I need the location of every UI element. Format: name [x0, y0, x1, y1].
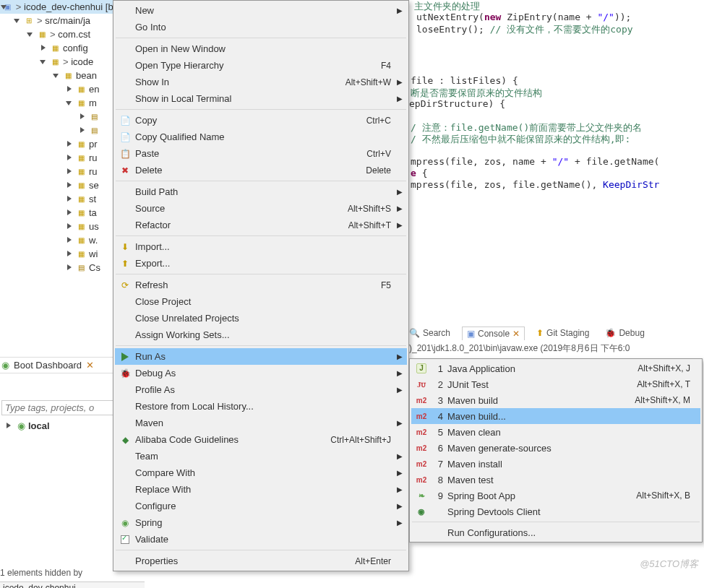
menu-new[interactable]: New▶ [115, 2, 407, 19]
submenu-spring-boot-app[interactable]: ❧ 9 Spring Boot App Alt+Shift+X, B [411, 488, 700, 503]
twisty-icon[interactable] [39, 58, 48, 66]
maven-icon: m2 [416, 476, 426, 484]
close-icon[interactable]: ✕ [512, 329, 520, 339]
menu-close-project[interactable]: Close Project [115, 293, 407, 310]
menu-team[interactable]: Team▶ [115, 448, 407, 464]
import-icon: ⬇ [115, 242, 135, 252]
menu-profile-as[interactable]: Profile As▶ [115, 381, 407, 398]
menu-replace-with[interactable]: Replace With▶ [115, 481, 407, 498]
twisty-icon[interactable] [65, 250, 74, 259]
twisty-icon[interactable] [65, 154, 74, 163]
menu-label: Paste [135, 148, 358, 159]
twisty-icon[interactable] [65, 195, 74, 204]
menu-copy-qualified[interactable]: 📄Copy Qualified Name [115, 129, 407, 145]
twisty-icon[interactable] [65, 236, 74, 245]
menu-alibaba[interactable]: ◆Alibaba Code GuidelinesCtrl+Alt+Shift+J [115, 431, 407, 448]
menu-label: Show In [135, 77, 337, 87]
twisty-icon[interactable] [65, 85, 74, 94]
menu-label: Spring [135, 517, 391, 528]
twisty-icon[interactable] [26, 30, 35, 39]
tab-git-staging[interactable]: ⬆ Git Staging [532, 327, 593, 340]
chevron-right-icon: ▶ [397, 353, 403, 360]
maven-icon: m2 [416, 412, 426, 420]
menu-maven[interactable]: Maven▶ [115, 415, 407, 431]
menu-refactor[interactable]: RefactorAlt+Shift+T▶ [115, 217, 407, 233]
menu-source[interactable]: SourceAlt+Shift+S▶ [115, 200, 407, 217]
package-icon: ▦ [75, 194, 87, 205]
submenu-index: 5 [432, 427, 443, 438]
menu-compare-with[interactable]: Compare With▶ [115, 464, 407, 481]
menu-debug-as[interactable]: 🐞Debug As▶ [115, 365, 407, 381]
submenu-label: Spring Devtools Client [447, 506, 690, 517]
source-folder-icon: ⊞ [23, 15, 35, 27]
menu-assign-working-sets[interactable]: Assign Working Sets... [115, 327, 407, 343]
code-line: utNextEntry(new ZipEntry(name + "/")); [416, 12, 631, 22]
twisty-icon[interactable] [65, 168, 74, 176]
twisty-icon[interactable] [65, 209, 74, 217]
code-line: epDirStructure) { [409, 98, 505, 109]
menu-show-local-terminal[interactable]: Show in Local Terminal▶ [115, 90, 407, 107]
menu-close-unrelated[interactable]: Close Unrelated Projects [115, 310, 407, 327]
submenu-maven-build-config[interactable]: m2 4 Maven build... [411, 408, 700, 424]
chevron-right-icon: ▶ [397, 95, 403, 103]
submenu-maven-install[interactable]: m2 7 Maven install [411, 456, 700, 472]
menu-build-path[interactable]: Build Path▶ [115, 183, 407, 200]
menu-export[interactable]: ⬆Export... [115, 255, 407, 272]
context-menu[interactable]: New▶ Go Into Open in New Window Open Typ… [113, 0, 409, 571]
menu-open-type-hierarchy[interactable]: Open Type HierarchyF4 [115, 57, 407, 74]
menu-separator [116, 235, 406, 236]
run-as-submenu[interactable]: J 1 Java Application Alt+Shift+X, J Jᴜ 2… [409, 358, 703, 542]
node-label: en [89, 84, 99, 95]
submenu-maven-test[interactable]: m2 8 Maven test [411, 472, 700, 488]
twisty-icon[interactable] [65, 99, 74, 108]
twisty-icon[interactable] [65, 140, 74, 149]
submenu-java-application[interactable]: J 1 Java Application Alt+Shift+X, J [411, 360, 700, 376]
twisty-icon[interactable] [52, 72, 61, 80]
spring-leaf-icon: ❧ [418, 491, 425, 501]
menu-label: Run As [135, 351, 391, 362]
boot-local-node[interactable]: ◉ local [4, 420, 50, 431]
tab-label: Git Staging [546, 328, 589, 338]
menu-open-new-window[interactable]: Open in New Window [115, 40, 407, 57]
menu-delete[interactable]: ✖DeleteDelete [115, 162, 407, 178]
chevron-right-icon: ▶ [397, 502, 403, 510]
breadcrumb: icode_dev-chenhui [0, 581, 145, 588]
submenu-junit-test[interactable]: Jᴜ 2 JUnit Test Alt+Shift+X, T [411, 376, 700, 392]
menu-go-into[interactable]: Go Into [115, 19, 407, 35]
twisty-icon[interactable] [65, 181, 74, 190]
twisty-icon[interactable] [4, 422, 13, 431]
menu-validate[interactable]: Validate [115, 531, 407, 548]
tab-console[interactable]: ▣ Console ✕ [462, 327, 525, 340]
menu-properties[interactable]: PropertiesAlt+Enter [115, 553, 407, 569]
submenu-spring-devtools[interactable]: ◉ Spring Devtools Client [411, 503, 700, 519]
tab-debug[interactable]: 🐞 Debug [601, 327, 648, 340]
close-icon[interactable]: ✕ [86, 360, 94, 371]
menu-show-in[interactable]: Show InAlt+Shift+W▶ [115, 74, 407, 90]
twisty-icon[interactable] [65, 222, 74, 231]
twisty-icon[interactable] [78, 113, 87, 121]
twisty-icon[interactable] [78, 126, 87, 135]
tab-search[interactable]: 🔍 Search [405, 327, 455, 340]
menu-import[interactable]: ⬇Import... [115, 238, 407, 255]
menu-configure[interactable]: Configure▶ [115, 498, 407, 514]
submenu-run-configurations[interactable]: Run Configurations... [411, 524, 700, 540]
submenu-index: 6 [432, 443, 443, 454]
menu-shortcut: Alt+Shift+W [345, 77, 391, 87]
submenu-maven-build[interactable]: m2 3 Maven build Alt+Shift+X, M [411, 392, 700, 408]
submenu-shortcut: Alt+Shift+X, J [638, 363, 690, 373]
package-icon: ▦ [49, 43, 61, 54]
menu-separator [116, 38, 406, 38]
package-icon: ▦ [75, 207, 87, 219]
twisty-icon[interactable] [13, 17, 22, 25]
twisty-icon[interactable] [39, 44, 48, 53]
submenu-maven-generate-sources[interactable]: m2 6 Maven generate-sources [411, 440, 700, 456]
menu-restore-local-history[interactable]: Restore from Local History... [115, 398, 407, 415]
menu-copy[interactable]: 📄CopyCtrl+C [115, 112, 407, 129]
twisty-icon[interactable] [65, 264, 74, 272]
submenu-maven-clean[interactable]: m2 5 Maven clean [411, 424, 700, 440]
menu-run-as[interactable]: Run As▶ [115, 348, 407, 365]
twisty-icon[interactable] [0, 3, 1, 12]
menu-paste[interactable]: 📋PasteCtrl+V [115, 145, 407, 162]
menu-spring[interactable]: ◉Spring▶ [115, 514, 407, 531]
menu-refresh[interactable]: ⟳RefreshF5 [115, 277, 407, 293]
